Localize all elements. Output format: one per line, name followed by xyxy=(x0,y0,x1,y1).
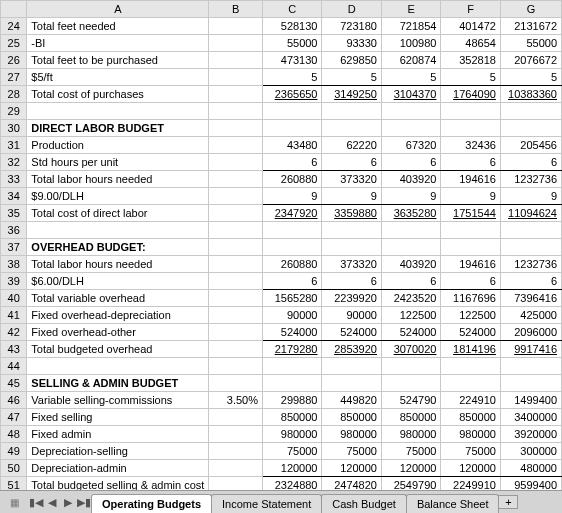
cell[interactable]: 9 xyxy=(322,188,381,205)
cell[interactable]: Total budgeted selling & admin cost xyxy=(27,477,209,491)
cell[interactable]: 120000 xyxy=(322,460,381,477)
cell[interactable]: 401472 xyxy=(441,18,500,35)
cell[interactable]: 850000 xyxy=(322,409,381,426)
sheet-tab[interactable]: Operating Budgets xyxy=(91,494,212,513)
cell[interactable]: 2474820 xyxy=(322,477,381,491)
cell[interactable]: 75000 xyxy=(441,443,500,460)
cell[interactable]: 299880 xyxy=(263,392,322,409)
row-header[interactable]: 36 xyxy=(1,222,27,239)
col-header-E[interactable]: E xyxy=(381,1,440,18)
cell[interactable]: Depreciation-selling xyxy=(27,443,209,460)
nav-first-icon[interactable]: ▮◀ xyxy=(28,493,44,511)
cell[interactable]: 352818 xyxy=(441,52,500,69)
cell[interactable]: 100980 xyxy=(381,35,440,52)
nav-next-icon[interactable]: ▶ xyxy=(60,493,76,511)
cell[interactable]: 55000 xyxy=(500,35,561,52)
cell[interactable]: 524000 xyxy=(263,324,322,341)
cell[interactable]: Fixed selling xyxy=(27,409,209,426)
cell[interactable]: 2853920 xyxy=(322,341,381,358)
cell[interactable]: 524790 xyxy=(381,392,440,409)
row-header[interactable]: 28 xyxy=(1,86,27,103)
cell[interactable] xyxy=(381,120,440,137)
cell[interactable] xyxy=(209,460,263,477)
cell[interactable]: 122500 xyxy=(441,307,500,324)
cell[interactable]: 194616 xyxy=(441,171,500,188)
cell[interactable]: Production xyxy=(27,137,209,154)
cell[interactable] xyxy=(209,307,263,324)
cell[interactable] xyxy=(322,103,381,120)
cell[interactable]: 3104370 xyxy=(381,86,440,103)
row-header[interactable]: 24 xyxy=(1,18,27,35)
cell[interactable]: 122500 xyxy=(381,307,440,324)
cell[interactable] xyxy=(322,358,381,375)
cell[interactable]: SELLING & ADMIN BUDGET xyxy=(27,375,209,392)
cell[interactable] xyxy=(322,375,381,392)
col-header-F[interactable]: F xyxy=(441,1,500,18)
cell[interactable]: 2179280 xyxy=(263,341,322,358)
cell[interactable]: 721854 xyxy=(381,18,440,35)
cell[interactable] xyxy=(209,86,263,103)
row-header[interactable]: 33 xyxy=(1,171,27,188)
cell[interactable]: 6 xyxy=(500,273,561,290)
cell[interactable] xyxy=(441,375,500,392)
view-options-icon[interactable]: ▦ xyxy=(0,497,28,508)
cell[interactable] xyxy=(263,358,322,375)
cell[interactable]: 6 xyxy=(441,154,500,171)
col-header-C[interactable]: C xyxy=(263,1,322,18)
cell[interactable]: 480000 xyxy=(500,460,561,477)
cell[interactable]: 473130 xyxy=(263,52,322,69)
cell[interactable]: 3359880 xyxy=(322,205,381,222)
cell[interactable]: 980000 xyxy=(381,426,440,443)
cell[interactable]: 2131672 xyxy=(500,18,561,35)
cell[interactable]: 260880 xyxy=(263,171,322,188)
cell[interactable]: 723180 xyxy=(322,18,381,35)
col-header-B[interactable]: B xyxy=(209,1,263,18)
cell[interactable] xyxy=(381,103,440,120)
cell[interactable]: 2365650 xyxy=(263,86,322,103)
cell[interactable]: 2324880 xyxy=(263,477,322,491)
cell[interactable]: Std hours per unit xyxy=(27,154,209,171)
cell[interactable] xyxy=(500,375,561,392)
sheet-tab[interactable]: Balance Sheet xyxy=(406,494,500,513)
cell[interactable]: 850000 xyxy=(263,409,322,426)
cell[interactable] xyxy=(27,222,209,239)
cell[interactable]: Total feet to be purchased xyxy=(27,52,209,69)
row-header[interactable]: 39 xyxy=(1,273,27,290)
cell[interactable] xyxy=(209,426,263,443)
cell[interactable]: 1751544 xyxy=(441,205,500,222)
col-header-A[interactable]: A xyxy=(27,1,209,18)
cell[interactable]: 3635280 xyxy=(381,205,440,222)
cell[interactable]: 528130 xyxy=(263,18,322,35)
cell[interactable]: 32436 xyxy=(441,137,500,154)
cell[interactable]: 620874 xyxy=(381,52,440,69)
row-header[interactable]: 48 xyxy=(1,426,27,443)
cell[interactable]: 850000 xyxy=(441,409,500,426)
select-all-corner[interactable] xyxy=(1,1,27,18)
cell[interactable] xyxy=(209,120,263,137)
cell[interactable]: Total budgeted overhead xyxy=(27,341,209,358)
add-sheet-button[interactable]: + xyxy=(498,495,518,509)
cell[interactable]: Total cost of purchases xyxy=(27,86,209,103)
cell[interactable] xyxy=(500,358,561,375)
cell[interactable] xyxy=(500,120,561,137)
row-header[interactable]: 31 xyxy=(1,137,27,154)
cell[interactable]: 980000 xyxy=(263,426,322,443)
cell[interactable]: 5 xyxy=(381,69,440,86)
cell[interactable]: -BI xyxy=(27,35,209,52)
cell[interactable]: Total labor hours needed xyxy=(27,171,209,188)
cell[interactable]: 75000 xyxy=(381,443,440,460)
cell[interactable]: 2096000 xyxy=(500,324,561,341)
cell[interactable]: Total feet needed xyxy=(27,18,209,35)
cell[interactable]: 205456 xyxy=(500,137,561,154)
cell[interactable]: Total labor hours needed xyxy=(27,256,209,273)
row-header[interactable]: 51 xyxy=(1,477,27,491)
cell[interactable]: 3.50% xyxy=(209,392,263,409)
cell[interactable]: 1232736 xyxy=(500,256,561,273)
cell[interactable]: 224910 xyxy=(441,392,500,409)
cell[interactable]: 403920 xyxy=(381,171,440,188)
cell[interactable]: 55000 xyxy=(263,35,322,52)
cell[interactable] xyxy=(322,120,381,137)
cell[interactable]: $5/ft xyxy=(27,69,209,86)
row-header[interactable]: 46 xyxy=(1,392,27,409)
cell[interactable] xyxy=(209,290,263,307)
